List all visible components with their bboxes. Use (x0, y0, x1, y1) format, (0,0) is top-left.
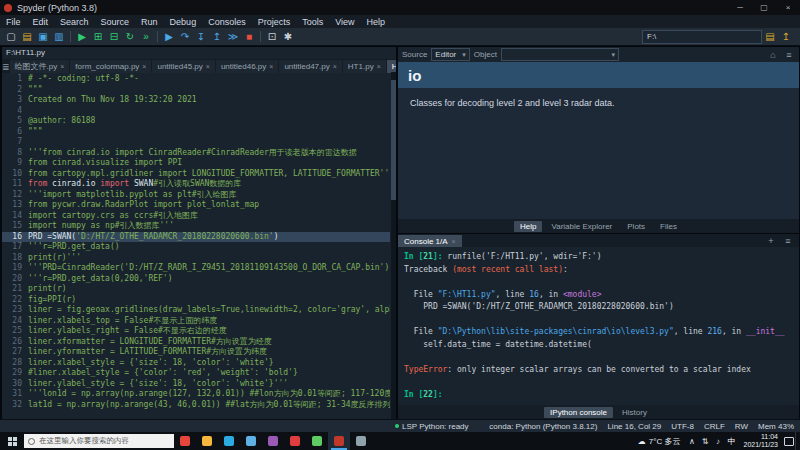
pane-tab-files[interactable]: Files (654, 221, 683, 232)
tab-close-icon[interactable]: × (206, 63, 210, 70)
home-icon[interactable]: ⌂ (767, 50, 779, 60)
show-desktop-button[interactable] (795, 432, 800, 450)
code-line[interactable]: 31'''lon1d = np.array(np.arange(127, 132… (2, 389, 390, 400)
step-return-icon[interactable]: ↥ (209, 30, 225, 44)
editor-scrollbar[interactable] (391, 72, 396, 419)
code-line[interactable]: 12'''import matplotlib.pyplot as plt#引入绘… (2, 190, 390, 201)
menu-item-help[interactable]: Help (361, 17, 392, 27)
tab-close-icon[interactable]: × (60, 63, 64, 70)
ime-indicator[interactable]: 中 (724, 436, 738, 447)
new-file-icon[interactable]: ▢ (3, 30, 19, 44)
code-line[interactable]: 20'''r=PRD.get_data(0,200,'REF') (2, 274, 390, 285)
continue-icon[interactable]: ≫ (225, 30, 241, 44)
step-into-icon[interactable]: ↧ (193, 30, 209, 44)
code-line[interactable]: 8'''from cinrad.io import CinradReader#C… (2, 148, 390, 159)
code-line[interactable]: 14import cartopy.crs as ccrs#引入地图库 (2, 211, 390, 222)
code-line[interactable]: 1# -*- coding: utf-8 -*- (2, 74, 390, 85)
pane-tab-ipython-console[interactable]: IPython console (544, 407, 613, 418)
code-line[interactable]: 18print(r)''' (2, 253, 390, 264)
pane-tab-variable-explorer[interactable]: Variable Explorer (545, 221, 618, 232)
clock[interactable]: 11:04 2021/11/23 (738, 433, 783, 449)
code-line[interactable]: 10from cartopy.mpl.gridliner import LONG… (2, 169, 390, 180)
maximize-button[interactable]: ▢ (752, 0, 776, 15)
close-button[interactable]: × (776, 0, 800, 15)
options-menu-icon[interactable]: ≡ (783, 50, 795, 60)
code-line[interactable]: 29#liner.xlabel_style = {'color': 'red',… (2, 368, 390, 379)
save-icon[interactable]: ▣ (35, 30, 51, 44)
menu-item-tools[interactable]: Tools (296, 17, 329, 27)
code-line[interactable]: 24liner.xlabels_top = False#不显示上面的纬度 (2, 316, 390, 327)
code-line[interactable]: 9from cinrad.visualize import PPI (2, 158, 390, 169)
tab-close-icon[interactable]: × (452, 238, 456, 245)
taskbar-app-browser[interactable] (174, 432, 196, 450)
code-line[interactable]: 4 (2, 106, 390, 117)
menu-item-run[interactable]: Run (135, 17, 164, 27)
chevron-up-icon[interactable]: ∧ (685, 437, 698, 446)
notification-center-icon[interactable] (783, 432, 795, 450)
code-line[interactable]: 17'''r=PRD.get_data() (2, 242, 390, 253)
code-line[interactable]: 13from pycwr.draw.RadarPlot import plot_… (2, 200, 390, 211)
tab-close-icon[interactable]: × (377, 63, 381, 70)
menu-item-search[interactable]: Search (54, 17, 95, 27)
code-line[interactable]: 11from cinrad.io import SWAN#引入读取SWAN数据的… (2, 179, 390, 190)
rerun-cell-icon[interactable]: ↻ (122, 30, 138, 44)
debug-icon[interactable]: ▶ (161, 30, 177, 44)
code-line[interactable]: 7 (2, 137, 390, 148)
menu-item-view[interactable]: View (329, 17, 360, 27)
editor-scrollbar-thumb[interactable] (391, 80, 396, 200)
new-console-icon[interactable]: + (765, 236, 777, 246)
working-directory-input[interactable]: F:\ (642, 30, 762, 44)
run-selection-icon[interactable]: » (138, 30, 154, 44)
taskbar-app-notepad[interactable] (350, 432, 372, 450)
code-line[interactable]: 5@author: 86188 (2, 116, 390, 127)
code-line[interactable]: 15import numpy as np#引入数据库''' (2, 221, 390, 232)
preferences-icon[interactable]: ✱ (280, 30, 296, 44)
code-line[interactable]: 32lat1d = np.array(np.arange(43, 46,0.01… (2, 400, 390, 411)
network-icon[interactable]: ⇅ (698, 437, 711, 446)
maximize-pane-icon[interactable]: ⊡ (264, 30, 280, 44)
taskbar-app-spyder[interactable] (328, 432, 350, 450)
tab-close-icon[interactable]: × (333, 63, 337, 70)
code-line[interactable]: 21print(r) (2, 284, 390, 295)
tab-close-icon[interactable]: × (142, 63, 146, 70)
code-line[interactable]: 23liner = fig.geoax.gridlines(draw_label… (2, 305, 390, 316)
menu-item-source[interactable]: Source (95, 17, 136, 27)
parent-dir-icon[interactable]: ↥ (778, 30, 794, 44)
code-line[interactable]: 30liner.ylabel_style = {'size': 18, 'col… (2, 379, 390, 390)
run-cell-icon[interactable]: ⊞ (90, 30, 106, 44)
minimize-button[interactable]: ─ (728, 0, 752, 15)
tab-close-icon[interactable]: × (269, 63, 273, 70)
menu-item-edit[interactable]: Edit (27, 17, 55, 27)
pane-tab-help[interactable]: Help (514, 221, 542, 232)
menu-item-consoles[interactable]: Consoles (202, 17, 252, 27)
run-icon[interactable]: ▶ (74, 30, 90, 44)
taskbar-app-music[interactable] (284, 432, 306, 450)
code-line[interactable]: 22fig=PPI(r) (2, 295, 390, 306)
taskbar-search-input[interactable]: 在这里输入你要搜索的内容 (24, 434, 174, 448)
taskbar-app-mail[interactable] (240, 432, 262, 450)
menu-item-projects[interactable]: Projects (252, 17, 297, 27)
code-line[interactable]: 27liner.yformatter = LATITUDE_FORMATTER#… (2, 347, 390, 358)
code-line[interactable]: 2""" (2, 85, 390, 96)
code-line[interactable]: 16PRD =SWAN('D:/HT/Z_OTHE_RADAMCR_201802… (2, 232, 390, 243)
code-line[interactable]: 3Created on Thu Nov 18 19:32:20 2021 (2, 95, 390, 106)
code-line[interactable]: 26liner.xformatter = LONGITUDE_FORMATTER… (2, 337, 390, 348)
code-editor[interactable]: 1# -*- coding: utf-8 -*-2"""3Created on … (2, 72, 390, 421)
volume-icon[interactable]: ♪ (711, 437, 724, 446)
menu-item-file[interactable]: File (0, 17, 27, 27)
ipython-console-output[interactable]: In [21]: runfile('F:/HT11.py', wdir='F:'… (398, 247, 799, 405)
code-line[interactable]: 25liner.ylabels_right = False#不显示右边的经度 (2, 326, 390, 337)
stop-icon[interactable]: ■ (241, 30, 257, 44)
pane-tab-plots[interactable]: Plots (621, 221, 651, 232)
open-file-icon[interactable]: ▤ (19, 30, 35, 44)
interpreter-status[interactable]: conda: Python (Python 3.8.12) (489, 422, 597, 431)
object-input[interactable]: ▾ (501, 48, 619, 61)
code-line[interactable]: 6""" (2, 127, 390, 138)
step-over-icon[interactable]: ↷ (177, 30, 193, 44)
pane-tab-history[interactable]: History (616, 407, 653, 418)
save-all-icon[interactable]: ▥ (51, 30, 67, 44)
run-cell-advance-icon[interactable]: ⊟ (106, 30, 122, 44)
weather-widget[interactable]: ☁ 7°C 多云 (633, 436, 686, 447)
start-button[interactable] (0, 432, 24, 450)
code-line[interactable]: 28liner.xlabel_style = {'size': 18, 'col… (2, 358, 390, 369)
